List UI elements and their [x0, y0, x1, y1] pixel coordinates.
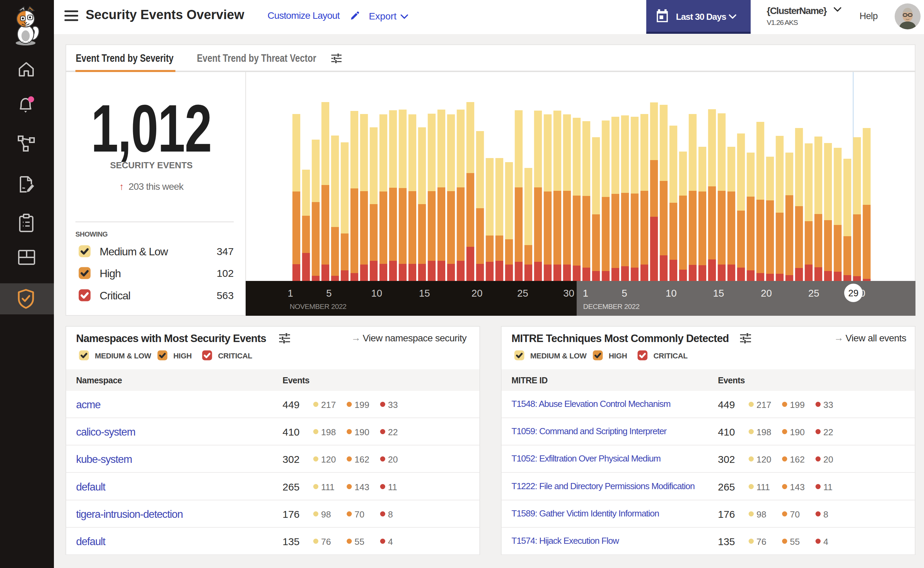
svg-text:15: 15: [713, 288, 724, 299]
svg-text:5: 5: [622, 288, 627, 299]
svg-text:10: 10: [371, 288, 382, 299]
svg-text:29: 29: [848, 288, 859, 298]
svg-text:30: 30: [563, 288, 574, 299]
svg-text:NOVEMBER 2022: NOVEMBER 2022: [290, 302, 346, 310]
svg-text:20: 20: [761, 288, 772, 299]
svg-text:20: 20: [472, 288, 482, 299]
svg-text:DECEMBER 2022: DECEMBER 2022: [583, 302, 639, 310]
svg-text:10: 10: [666, 288, 677, 299]
svg-text:5: 5: [326, 288, 332, 299]
svg-text:1: 1: [583, 288, 588, 299]
svg-text:25: 25: [517, 288, 528, 299]
svg-text:25: 25: [808, 288, 819, 299]
svg-text:1: 1: [288, 288, 293, 299]
svg-text:15: 15: [419, 288, 430, 299]
